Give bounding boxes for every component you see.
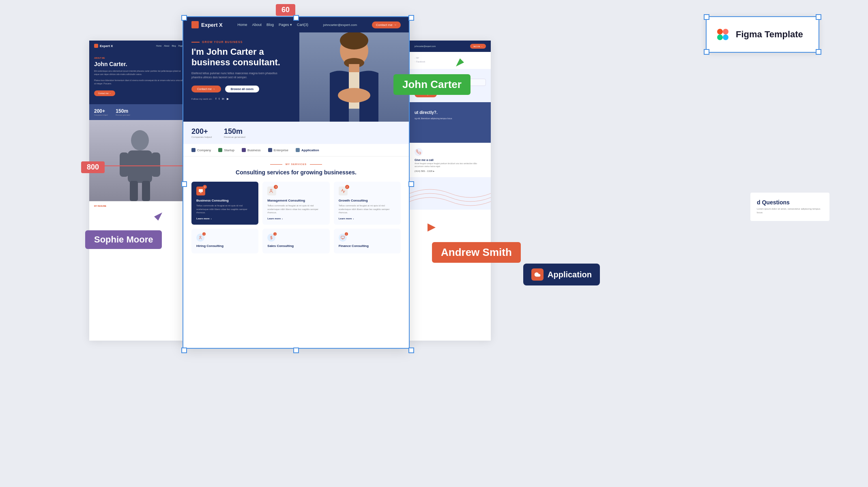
tab-label-business: Business <box>247 148 260 152</box>
figma-icon <box>715 26 731 43</box>
svg-rect-11 <box>130 181 138 201</box>
card-badge-management: 3 <box>274 185 278 189</box>
card-title-business: Business Consulting <box>196 199 254 202</box>
card-link-growth[interactable]: Learn more › <box>339 217 396 220</box>
handle-tl <box>704 14 709 20</box>
cursor-orange-arrow <box>426 222 437 233</box>
sales-icon <box>269 236 273 240</box>
left-nav-link-blog: Blog <box>172 45 176 47</box>
svg-rect-28 <box>341 236 344 239</box>
card-business: 2 Business Consulting Tellus commodo at … <box>191 182 258 225</box>
tab-startup[interactable]: Startup <box>218 148 234 152</box>
left-resume-section: MY RESUME <box>89 201 191 210</box>
hero-person-svg <box>318 32 391 122</box>
right-phone-num: (414) 583 - 1326 ▸ <box>415 169 486 172</box>
yt-icon[interactable]: ▶ <box>227 97 229 101</box>
tab-enterprise[interactable]: Enterprise <box>268 148 288 152</box>
card-badge-business: 2 <box>203 185 207 189</box>
cloud-icon <box>534 271 541 278</box>
right-phone-desc: Amet feugiot conque feugiat pretium tinc… <box>415 162 486 168</box>
tab-application[interactable]: Application <box>296 148 319 152</box>
services-title: Consulting services for growing business… <box>191 169 401 176</box>
right-about-title: ut directly?. <box>415 110 486 115</box>
left-logo: Expert X <box>94 44 113 48</box>
stat-revenue: 150m Revenue generated <box>224 127 245 138</box>
nav-link-about[interactable]: About <box>252 23 262 27</box>
tab-label-application: Application <box>301 148 319 152</box>
left-stat-num-1: 200+ <box>94 108 107 114</box>
main-browse-btn[interactable]: Browse all cases <box>225 86 259 92</box>
handle-main-rm <box>408 181 414 187</box>
card-link-arrow-business: › <box>211 217 212 220</box>
main-logo: Expert X <box>191 21 223 28</box>
handle-main-bl <box>181 348 187 353</box>
nav-link-cart[interactable]: Cart(3) <box>297 23 308 27</box>
badge-60: 60 <box>276 4 295 16</box>
li-icon[interactable]: in <box>222 97 224 101</box>
right-about-desc: ng elit, liberndum adipiscing tempus loc… <box>415 117 486 120</box>
card-icon-business: 2 <box>196 187 205 195</box>
chart-icon <box>341 189 346 193</box>
right-phone-section: Give me a call Amet feugiot conque feugi… <box>410 143 491 177</box>
card-link-business[interactable]: Learn more › <box>196 217 254 220</box>
tab-icon-startup <box>218 148 222 152</box>
left-contact-btn[interactable]: Contact me → <box>94 90 115 96</box>
card-sales-icon: 3 <box>267 234 275 242</box>
card-link-arrow-management: › <box>282 217 283 220</box>
left-resume-tag: MY RESUME <box>94 205 186 207</box>
fb-icon[interactable]: f <box>215 97 216 101</box>
right-deco-section <box>410 177 491 210</box>
svg-rect-4 <box>723 29 728 34</box>
hiring-badge: 2 <box>202 232 206 236</box>
card-sales: 3 Sales Consulting <box>262 229 329 253</box>
svg-point-7 <box>131 130 149 150</box>
right-deco-wave <box>410 177 491 210</box>
andrew-smith-badge: Andrew Smith <box>432 242 521 263</box>
right-about-section: ut directly?. ng elit, liberndum adipisc… <box>410 102 491 143</box>
card-title-management: Management Consulting <box>267 199 324 202</box>
faq-section: d Questions Lorem ipsum dolor sit amet, … <box>750 193 829 221</box>
tab-company[interactable]: Company <box>191 148 211 152</box>
finance-icon <box>341 236 345 240</box>
main-contact-btn[interactable]: Contact me → <box>191 86 221 92</box>
nav-link-home[interactable]: Home <box>237 23 247 27</box>
card-title-growth: Growth Consulting <box>339 199 396 202</box>
nav-link-pages[interactable]: Pages ▾ <box>279 23 292 27</box>
figma-title: Figma Template <box>736 29 803 40</box>
main-hero: GROW YOUR BUSINESS I'm John Carter a bus… <box>183 32 409 122</box>
tab-icon-enterprise <box>268 148 272 152</box>
stat-num-companies: 200+ <box>191 127 212 136</box>
card-link-management[interactable]: Learn more › <box>267 217 324 220</box>
tab-label-enterprise: Enterprise <box>274 148 288 152</box>
card-finance: 2 Finance Consulting <box>334 229 401 253</box>
left-nav: Expert X Home About Blog Pages ▾ <box>89 41 191 51</box>
main-hero-title: I'm John Carter a business consultant. <box>191 47 289 68</box>
card-sales-header: 3 <box>267 234 324 242</box>
handle-main-br <box>408 348 414 353</box>
left-nav-link-home: Home <box>156 45 161 47</box>
figma-template-card: Figma Template <box>706 16 819 53</box>
handle-main-tr <box>408 15 414 21</box>
svg-point-26 <box>200 236 201 238</box>
svg-marker-2 <box>428 223 436 232</box>
tw-icon[interactable]: t <box>219 97 219 101</box>
card-hiring-icon: 2 <box>196 234 204 242</box>
stat-label-companies: Companies helped <box>191 136 212 138</box>
card-management: 3 Management Consulting Tellus commodo a… <box>262 182 329 225</box>
hero-photo-bg <box>299 32 409 122</box>
faq-desc: Lorem ipsum dolor sit amet, consectetur … <box>757 207 823 215</box>
services-cards-grid: 2 Business Consulting Tellus commodo at … <box>191 182 401 225</box>
left-stat-label-1: Companies helped <box>94 114 107 116</box>
svg-rect-19 <box>349 64 359 72</box>
nav-link-blog[interactable]: Blog <box>266 23 274 27</box>
card-finance-title: Finance Consulting <box>339 244 396 248</box>
left-stat-2: 150m Revenue generated <box>116 108 130 116</box>
handle-bl <box>704 49 709 55</box>
card-hiring-header: 2 <box>196 234 254 242</box>
tab-business[interactable]: Business <box>242 148 260 152</box>
left-logo-icon <box>94 44 98 48</box>
stat-label-revenue: Revenue generated <box>224 136 245 138</box>
badge-800: 800 <box>81 161 105 173</box>
card-desc-business: Tellus commodo at feugiat at mi quis id … <box>196 204 254 214</box>
main-nav-cta[interactable]: Contact me → <box>372 21 401 28</box>
